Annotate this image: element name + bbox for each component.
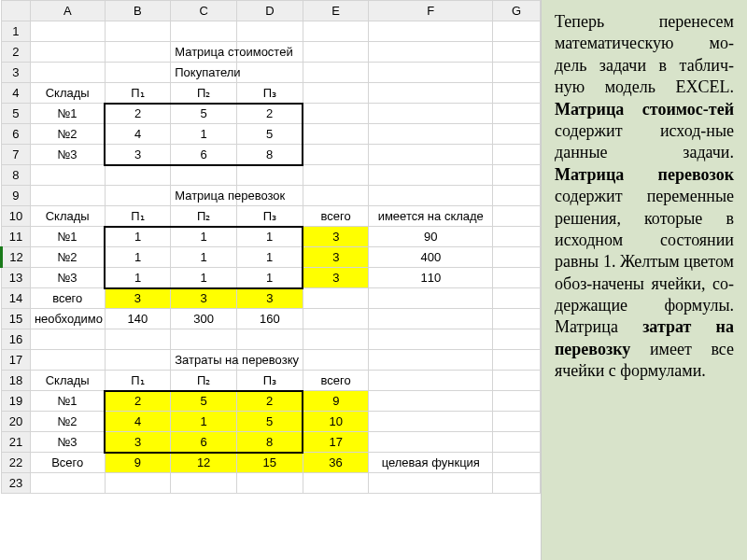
cell[interactable]: [369, 63, 493, 83]
transport-col-total[interactable]: 3: [105, 288, 171, 309]
expense-cell[interactable]: 4: [105, 412, 171, 432]
cell[interactable]: [493, 247, 541, 268]
cell[interactable]: [171, 329, 237, 350]
transport-row-label[interactable]: №1: [30, 227, 105, 247]
cell[interactable]: [493, 412, 541, 432]
cell[interactable]: [105, 329, 171, 350]
in-stock-label[interactable]: имеется на складе: [369, 206, 493, 227]
cell[interactable]: [369, 329, 493, 350]
cell[interactable]: [493, 268, 541, 288]
cell[interactable]: [493, 124, 541, 145]
transport-row-total[interactable]: 3: [303, 268, 369, 288]
cell[interactable]: [493, 432, 541, 453]
cell[interactable]: [369, 473, 493, 494]
cell[interactable]: [30, 42, 105, 63]
cell[interactable]: [105, 186, 171, 206]
cell[interactable]: [171, 21, 237, 42]
cell[interactable]: [303, 83, 369, 104]
cost-cell[interactable]: 5: [171, 104, 237, 124]
cost-cell[interactable]: 2: [105, 104, 171, 124]
cell[interactable]: [369, 288, 493, 309]
row-header[interactable]: 9: [2, 186, 31, 206]
expense-row-label[interactable]: №1: [30, 391, 105, 412]
transport-row-label[interactable]: №2: [30, 247, 105, 268]
p1-header[interactable]: П₁: [105, 206, 171, 227]
cell[interactable]: [30, 473, 105, 494]
cell[interactable]: [493, 309, 541, 329]
cell[interactable]: [493, 83, 541, 104]
expense-col-total[interactable]: 9: [105, 453, 171, 473]
cell[interactable]: [369, 21, 493, 42]
expense-row-label[interactable]: №3: [30, 432, 105, 453]
cell[interactable]: [236, 21, 303, 42]
cost-cell[interactable]: 3: [105, 145, 171, 165]
cell[interactable]: [493, 186, 541, 206]
row-header[interactable]: 19: [2, 391, 31, 412]
col-header-G[interactable]: G: [493, 1, 541, 21]
required-label[interactable]: необходимо: [30, 309, 105, 329]
expense-cell[interactable]: 5: [236, 412, 303, 432]
row-header[interactable]: 2: [2, 42, 31, 63]
stock-cell[interactable]: 90: [369, 227, 493, 247]
cell[interactable]: [30, 350, 105, 371]
cell[interactable]: [30, 329, 105, 350]
expense-row-total[interactable]: 9: [303, 391, 369, 412]
cell[interactable]: [493, 288, 541, 309]
transport-cell[interactable]: 1: [171, 227, 237, 247]
p2-header[interactable]: П₂: [171, 83, 237, 104]
row-header[interactable]: 12: [2, 247, 31, 268]
transport-cell[interactable]: 1: [105, 268, 171, 288]
cell[interactable]: [369, 350, 493, 371]
cell[interactable]: [369, 432, 493, 453]
cost-cell[interactable]: 8: [236, 145, 303, 165]
cell[interactable]: [369, 391, 493, 412]
expense-cell[interactable]: 2: [236, 391, 303, 412]
warehouses-label[interactable]: Склады: [30, 206, 105, 227]
total-label[interactable]: всего: [303, 206, 369, 227]
cell[interactable]: [171, 165, 237, 186]
cell[interactable]: [369, 42, 493, 63]
cell[interactable]: [493, 473, 541, 494]
cell[interactable]: [493, 63, 541, 83]
cell[interactable]: [493, 329, 541, 350]
cell[interactable]: [236, 473, 303, 494]
row-header[interactable]: 1: [2, 21, 31, 42]
transport-cell[interactable]: 1: [105, 227, 171, 247]
cost-cell[interactable]: 4: [105, 124, 171, 145]
cost-row-label[interactable]: №3: [30, 145, 105, 165]
cell[interactable]: [30, 165, 105, 186]
row-header[interactable]: 5: [2, 104, 31, 124]
demand-cell[interactable]: 140: [105, 309, 171, 329]
expense-row-total[interactable]: 10: [303, 412, 369, 432]
expense-cell[interactable]: 1: [171, 412, 237, 432]
cell[interactable]: [105, 63, 171, 83]
stock-cell[interactable]: 400: [369, 247, 493, 268]
row-header[interactable]: 14: [2, 288, 31, 309]
p2-header[interactable]: П₂: [171, 206, 237, 227]
cell[interactable]: [493, 206, 541, 227]
cell[interactable]: [303, 145, 369, 165]
total-label[interactable]: всего: [303, 371, 369, 391]
cell[interactable]: [369, 104, 493, 124]
cell[interactable]: [236, 165, 303, 186]
warehouses-label[interactable]: Склады: [30, 83, 105, 104]
expense-cell[interactable]: 3: [105, 432, 171, 453]
cell[interactable]: [105, 473, 171, 494]
expense-cell[interactable]: 6: [171, 432, 237, 453]
cell[interactable]: [303, 288, 369, 309]
cell[interactable]: [493, 453, 541, 473]
row-header[interactable]: 4: [2, 83, 31, 104]
title-expenses[interactable]: Затраты на перевозку: [171, 350, 237, 371]
cell[interactable]: [493, 350, 541, 371]
cell[interactable]: [369, 124, 493, 145]
transport-row-total[interactable]: 3: [303, 247, 369, 268]
cell[interactable]: [369, 371, 493, 391]
transport-row-label[interactable]: №3: [30, 268, 105, 288]
cell[interactable]: [369, 83, 493, 104]
col-header-B[interactable]: B: [105, 1, 171, 21]
row-header[interactable]: 6: [2, 124, 31, 145]
p1-header[interactable]: П₁: [105, 83, 171, 104]
cell[interactable]: [493, 145, 541, 165]
row-header[interactable]: 13: [2, 268, 31, 288]
cell[interactable]: [303, 104, 369, 124]
